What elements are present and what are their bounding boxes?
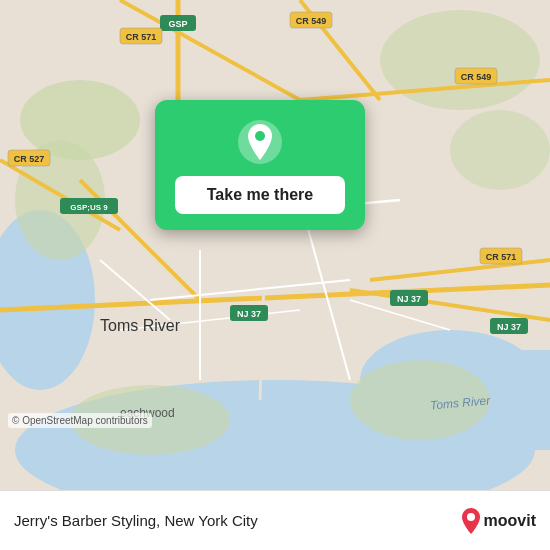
bottom-bar: Jerry's Barber Styling, New York City mo… [0, 490, 550, 550]
svg-text:CR 549: CR 549 [296, 16, 327, 26]
popup-card: Take me there [155, 100, 365, 230]
svg-text:NJ 37: NJ 37 [237, 309, 261, 319]
svg-text:CR 549: CR 549 [461, 72, 492, 82]
svg-text:NJ 37: NJ 37 [397, 294, 421, 304]
svg-point-50 [467, 513, 475, 521]
moovit-logo: moovit [460, 507, 536, 535]
svg-text:NJ 37: NJ 37 [497, 322, 521, 332]
map-container: GSP CR 571 CR 549 CR 549 CR 527 GSP;US 9… [0, 0, 550, 490]
toms-river-map-label: Toms River [100, 317, 180, 335]
moovit-label: moovit [484, 512, 536, 530]
svg-text:GSP;US 9: GSP;US 9 [70, 203, 108, 212]
svg-text:GSP: GSP [168, 19, 187, 29]
location-label: Jerry's Barber Styling, New York City [14, 512, 258, 529]
osm-attribution: © OpenStreetMap contributors [8, 413, 152, 428]
svg-text:CR 571: CR 571 [486, 252, 517, 262]
svg-text:CR 571: CR 571 [126, 32, 157, 42]
svg-point-7 [380, 10, 540, 110]
moovit-pin-icon [460, 507, 482, 535]
location-pin-icon [236, 118, 284, 166]
svg-point-8 [450, 110, 550, 190]
take-me-there-button[interactable]: Take me there [175, 176, 345, 214]
svg-text:CR 527: CR 527 [14, 154, 45, 164]
svg-point-49 [255, 131, 265, 141]
